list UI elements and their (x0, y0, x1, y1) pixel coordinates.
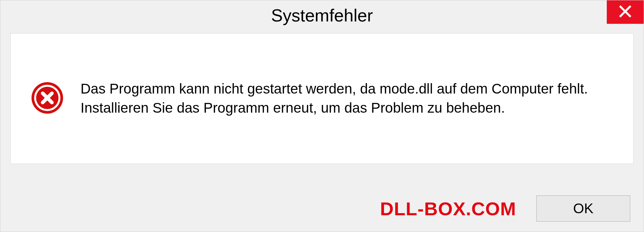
ok-button[interactable]: OK (536, 195, 630, 222)
error-message: Das Programm kann nicht gestartet werden… (80, 79, 590, 117)
watermark-text: DLL-BOX.COM (380, 198, 516, 220)
error-dialog: Systemfehler Das Programm kann nicht ges… (0, 0, 644, 232)
footer: DLL-BOX.COM OK (14, 195, 630, 222)
close-button[interactable] (607, 0, 644, 24)
content-area: Das Programm kann nicht gestartet werden… (10, 33, 634, 164)
dialog-title: Systemfehler (271, 5, 373, 25)
error-icon (31, 81, 64, 116)
titlebar: Systemfehler (0, 0, 644, 31)
close-icon (619, 5, 632, 19)
